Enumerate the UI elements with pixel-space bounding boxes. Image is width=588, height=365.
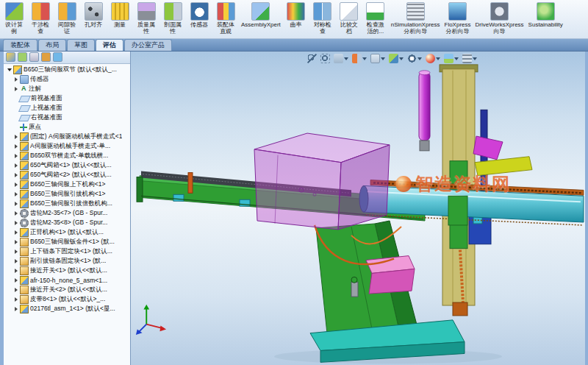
chevron-down-icon — [473, 57, 477, 60]
tree-item-gear-m2-35-8[interactable]: 齿轮M2-35<8> (GB - Spur... — [4, 219, 130, 228]
previous-view-button[interactable] — [333, 53, 349, 64]
tree-expander[interactable] — [12, 143, 19, 150]
tree-expander[interactable] — [12, 210, 19, 217]
section-view-button[interactable] — [351, 53, 368, 64]
tree-item-gear-m2-35-7[interactable]: 齿轮M2-35<7> (GB - Spur... — [4, 209, 130, 219]
sustainability-button[interactable]: Sustainability — [527, 1, 564, 35]
apply-scene-button[interactable] — [443, 53, 459, 64]
compare-documents-button[interactable]: 比较文 档 — [337, 1, 362, 35]
tree-expander[interactable] — [12, 201, 19, 208]
tree-expander[interactable] — [12, 182, 19, 188]
tab-layout[interactable]: 布局 — [38, 39, 66, 51]
tree-expander[interactable] — [12, 153, 19, 160]
design-study-button[interactable]: 设计算 例 — [1, 1, 26, 35]
hole-alignment-button[interactable]: 孔对齐 — [81, 1, 106, 35]
tab-sketch[interactable]: 草图 — [67, 39, 95, 51]
display-style-button[interactable] — [388, 53, 404, 64]
configurationmanager-tab[interactable] — [29, 52, 39, 62]
driveworksxpress-wizard-button[interactable]: DriveWorksXpress 向导 — [474, 1, 526, 35]
tree-expander[interactable] — [12, 134, 19, 141]
tree-item-main-arm[interactable]: 正臂机构<1> (默认<默认... — [4, 228, 130, 238]
view-orientation-button[interactable] — [370, 53, 386, 64]
tree-item-front-plane[interactable]: 前视基准面 — [4, 94, 130, 104]
tree-item-b650-double-rail[interactable]: B650双节横走式-单载线横... — [4, 152, 130, 161]
tree-item-label: B650三轴伺服双节 (默认<默认_... — [24, 65, 117, 74]
tree-item-extraction-multiplier[interactable]: B650三轴伺服引拔倍数机构... — [4, 199, 130, 209]
tree-expander[interactable] — [12, 191, 19, 198]
tree-item-top-plane[interactable]: 上视基准面 — [4, 104, 130, 113]
tree-expander[interactable] — [12, 230, 19, 236]
check-active-document-button[interactable]: 检查激 活的... — [363, 1, 388, 35]
tree-item-servo-arm-single[interactable]: A伺服驱动机械手横走式-单... — [4, 142, 130, 152]
tree-item-updown-mechanism[interactable]: B650三轴伺服上下机构<1> — [4, 180, 130, 190]
tree-expander[interactable] — [12, 249, 19, 255]
tree-expander[interactable] — [12, 124, 19, 131]
tree-expander[interactable] — [12, 297, 19, 303]
tree-item-extraction-mechanism[interactable]: B650三轴伺服引拔机构<1> — [4, 190, 130, 199]
tab-office-products[interactable]: 办公室产品 — [124, 39, 172, 51]
tree-expander[interactable] — [12, 268, 19, 274]
assembly-icon — [20, 142, 29, 151]
tree-item-chain-fixed-block[interactable]: 副引拔链条固定块<1> (默... — [4, 257, 130, 266]
zoom-area-button[interactable] — [320, 53, 331, 64]
driveworksxpress-icon — [490, 2, 509, 21]
assemblyxpert-button[interactable]: AssemblyXpert — [240, 1, 282, 35]
tree-item-proximity-switch-2[interactable]: 接近开关<2> (默认<<默认... — [4, 286, 130, 295]
tree-item-fixed-servo-arm[interactable]: (固定) A伺服驱动机械手横走式<1 — [4, 132, 130, 142]
tab-assembly[interactable]: 装配体 — [3, 39, 37, 51]
measure-icon — [111, 2, 129, 21]
mass-properties-button[interactable]: 质量属 性 — [134, 1, 159, 35]
tree-expander[interactable] — [12, 239, 19, 246]
tree-item-afr-150[interactable]: afr-150-h_none_5_asm<1... — [4, 276, 130, 286]
tree-expander[interactable] — [12, 220, 19, 227]
featuremanager-tab[interactable] — [6, 52, 15, 62]
assembly-icon — [20, 305, 29, 313]
model-3d[interactable] — [131, 52, 585, 365]
zoom-area-icon — [320, 54, 330, 63]
curvature-button[interactable]: 曲率 — [284, 1, 309, 35]
toolbar-button-label: 测量 — [114, 21, 126, 28]
symmetry-check-button[interactable]: 对称检 查 — [310, 1, 335, 35]
tree-item-sheet-metal[interactable]: B650三轴伺服钣金件<1> (默... — [4, 238, 130, 247]
tree-item-root[interactable]: B650三轴伺服双节 (默认<默认_... — [4, 65, 130, 75]
sensor-button[interactable]: 传感器 — [187, 1, 212, 35]
tree-expander[interactable] — [12, 306, 19, 313]
tree-expander[interactable] — [12, 172, 19, 179]
tree-item-proximity-switch-1[interactable]: 接近开关<1> (默认<<默认... — [4, 266, 130, 276]
displaymanager-tab[interactable] — [53, 52, 62, 62]
tree-expander[interactable] — [12, 86, 19, 93]
simulationxpress-wizard-button[interactable]: nSimulationXpress 分析向导 — [390, 1, 442, 35]
tree-item-label: B650三轴伺服引拔机构<1> — [30, 190, 106, 199]
tree-item-valve-box-1[interactable]: 650气阀箱<1> (默认<<默认... — [4, 161, 130, 171]
section-properties-button[interactable]: 剖面属 性 — [160, 1, 185, 35]
tree-item-02176tl-asm[interactable]: 02176tl_asm_1<1> (默认<显... — [4, 305, 130, 314]
tree-item-belt-8[interactable]: 皮带8<1> (默认<<默认>_... — [4, 295, 130, 305]
hide-show-items-button[interactable] — [406, 53, 423, 64]
propertymanager-tab[interactable] — [18, 52, 27, 62]
tree-item-valve-box-2[interactable]: 650气阀箱<2> (默认<<默认... — [4, 171, 130, 180]
tree-item-annotations-folder[interactable]: 注解 — [4, 85, 130, 94]
graphics-viewport[interactable]: 智造资料网 — [131, 52, 585, 365]
dimxpertmanager-tab[interactable] — [41, 52, 51, 62]
tree-item-sensors-folder[interactable]: 传感器 — [4, 75, 130, 85]
zoom-fit-icon — [307, 54, 317, 63]
tree-expander[interactable] — [6, 67, 12, 74]
measure-button[interactable]: 测量 — [107, 1, 132, 35]
tab-evaluate[interactable]: 评估 — [96, 39, 123, 51]
tree-expander[interactable] — [12, 277, 19, 284]
floxpress-wizard-button[interactable]: FloXpress 分析向导 — [443, 1, 473, 35]
tree-expander[interactable] — [12, 163, 19, 169]
zoom-fit-button[interactable] — [306, 53, 318, 64]
assembly-visualization-button[interactable]: 装配体 直观 — [213, 1, 238, 35]
tree-expander[interactable] — [12, 77, 19, 83]
tree-item-right-plane[interactable]: 右视基准面 — [4, 113, 130, 123]
clearance-verification-button[interactable]: 间隙验 证 — [54, 1, 79, 35]
tree-item-origin[interactable]: 原点 — [4, 123, 130, 132]
tree-expander[interactable] — [12, 287, 19, 294]
edit-appearance-button[interactable] — [425, 53, 441, 64]
tree-item-label: 右视基准面 — [31, 113, 62, 122]
tree-item-chain-lower-block[interactable]: 上下链条下固定块<1> (默认... — [4, 247, 130, 257]
view-settings-button[interactable] — [462, 53, 478, 64]
tree-expander[interactable] — [12, 258, 19, 265]
interference-check-button[interactable]: 干涉检 查 — [28, 1, 53, 35]
